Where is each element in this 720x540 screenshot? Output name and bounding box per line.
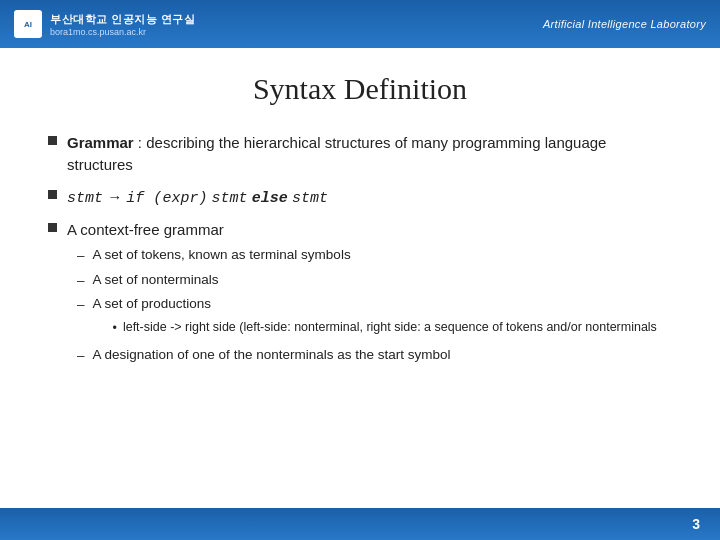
code-paren: ) (198, 190, 207, 207)
logo-main: 부산대학교 인공지능 연구실 (50, 12, 195, 27)
slide-title: Syntax Definition (48, 72, 672, 106)
sub-bullet-start-text: A designation of one of the nonterminals… (93, 345, 451, 365)
bottom-bar: 3 (0, 508, 720, 540)
subsub-text: left-side -> right side (left-side: nont… (123, 318, 657, 336)
dash-1: – (77, 246, 85, 266)
arrow-symbol: → (107, 188, 126, 205)
lab-name: Artificial Intelligence Laboratory (543, 18, 706, 30)
bullet-item-cfg: A context-free grammar – A set of tokens… (48, 219, 672, 369)
code-expr: expr (162, 190, 198, 207)
subsub-bullet-leftside: • left-side -> right side (left-side: no… (113, 318, 657, 337)
bullet-square-3 (48, 223, 57, 232)
bullet-list: Grammar : describing the hierarchical st… (48, 132, 672, 369)
dash-4: – (77, 346, 85, 366)
bullet-text-cfg: A context-free grammar – A set of tokens… (67, 219, 672, 369)
logo-icon: AI (14, 10, 42, 38)
logo-area: AI 부산대학교 인공지능 연구실 bora1mo.cs.pusan.ac.kr (14, 10, 195, 38)
sub-bullet-tokens: – A set of tokens, known as terminal sym… (77, 245, 672, 266)
bullet-square-2 (48, 190, 57, 199)
code-stmt2: stmt (212, 190, 248, 207)
dash-2: – (77, 271, 85, 291)
sub-bullet-list: – A set of tokens, known as terminal sym… (77, 245, 672, 365)
bullet-square-1 (48, 136, 57, 145)
code-stmt3: stmt (292, 190, 328, 207)
sub-bullet-nonterminals: – A set of nonterminals (77, 270, 672, 291)
main-content: Syntax Definition Grammar : describing t… (0, 48, 720, 508)
sub-bullet-productions: – A set of productions • left-side -> ri… (77, 294, 672, 341)
code-if: if ( (126, 190, 162, 207)
bullet-item-grammar: Grammar : describing the hierarchical st… (48, 132, 672, 176)
sub-bullet-start: – A designation of one of the nontermina… (77, 345, 672, 366)
code-else: else (252, 190, 288, 207)
logo-sub: bora1mo.cs.pusan.ac.kr (50, 27, 195, 37)
dot-1: • (113, 319, 117, 337)
sub-bullet-productions-text: A set of productions • left-side -> righ… (93, 294, 657, 341)
dash-3: – (77, 295, 85, 315)
code-stmt: stmt (67, 190, 103, 207)
bullet-item-stmt: stmt → if (expr) stmt else stmt (48, 186, 672, 210)
slide-number: 3 (692, 516, 700, 532)
logo-text: 부산대학교 인공지능 연구실 bora1mo.cs.pusan.ac.kr (50, 12, 195, 37)
sub-bullet-tokens-text: A set of tokens, known as terminal symbo… (93, 245, 351, 265)
bullet-text-grammar: Grammar : describing the hierarchical st… (67, 132, 672, 176)
subsub-bullet-list: • left-side -> right side (left-side: no… (113, 318, 657, 337)
bullet-text-stmt: stmt → if (expr) stmt else stmt (67, 186, 672, 210)
sub-bullet-nonterminals-text: A set of nonterminals (93, 270, 219, 290)
header-bar: AI 부산대학교 인공지능 연구실 bora1mo.cs.pusan.ac.kr… (0, 0, 720, 48)
